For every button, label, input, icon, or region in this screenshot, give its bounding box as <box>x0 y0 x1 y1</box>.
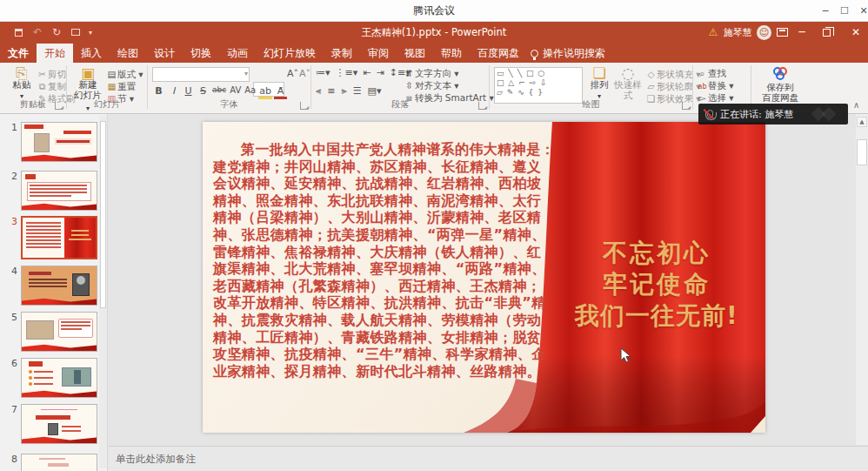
tab-help[interactable]: 帮助 <box>433 44 470 63</box>
scroll-up-icon[interactable]: ▲ <box>857 117 867 127</box>
undo-icon[interactable]: ↶ <box>30 22 45 44</box>
slide-body-text[interactable]: 第一批纳入中国共产党人精神谱系的伟大精神是： 建党精神；井冈山精神、苏区精神、长… <box>213 141 559 380</box>
tab-home[interactable]: 开始 <box>37 44 73 63</box>
thumb-number-7: 7 <box>5 404 17 415</box>
meeting-maximize-button[interactable]: ☐ <box>835 0 854 22</box>
increase-indent-icon[interactable]: ⇥ <box>377 67 384 78</box>
paragraph-row1: ≔▾ ⋮≡▾ ⇤ ⇥ ↕≡▾ <box>316 67 411 78</box>
tell-me-label: 操作说明搜索 <box>543 46 605 61</box>
avatar[interactable]: ☺ <box>757 25 771 40</box>
align-right-icon[interactable]: ⫸ <box>341 85 346 97</box>
bold-button[interactable]: B <box>152 85 165 99</box>
arrange-button[interactable]: ❏ 排列▾ <box>586 68 612 102</box>
thumbnail-scrollbar-thumb[interactable] <box>100 121 106 308</box>
group-drawing: ▭ ╲ ╲ □ ○ □ △ ⌐ ⇨ ⇩ ▱ ✎ ∿ { } ❏ 排列▾ ◌ 快速… <box>491 64 691 112</box>
ppt-restore-button[interactable] <box>823 29 831 37</box>
notes-pane[interactable]: 单击此处添加备注 <box>109 446 868 471</box>
slide-thumbnail-2[interactable] <box>21 171 97 211</box>
tab-view[interactable]: 视图 <box>397 44 433 63</box>
font-color-button[interactable]: A <box>274 85 287 99</box>
tab-design[interactable]: 设计 <box>146 44 183 63</box>
baidu-netdisk-icon <box>755 67 805 81</box>
slide-thumbnail-3[interactable] <box>21 216 97 259</box>
watermark-logo-icon <box>822 107 837 122</box>
slide-thumbnail-7[interactable] <box>21 404 97 444</box>
ribbon-display-options-icon[interactable] <box>777 28 788 37</box>
ppt-minimize-button[interactable]: ─ <box>793 22 811 44</box>
thumb-number-4: 4 <box>5 266 17 277</box>
find-button[interactable]: ⌕查找 <box>697 67 726 79</box>
slides-group-label: 幻灯片 <box>68 98 146 111</box>
paste-button[interactable]: ⎘ 粘贴▾ <box>9 68 35 102</box>
tab-transitions[interactable]: 切换 <box>183 44 219 63</box>
slide-thumbnail-5[interactable] <box>21 312 97 352</box>
redo-icon[interactable]: ↻ <box>49 22 64 44</box>
qat-customize-caret-icon[interactable]: ▾ <box>85 22 96 44</box>
start-slideshow-icon[interactable] <box>68 22 83 44</box>
highlight-color-button[interactable]: ab <box>258 85 272 99</box>
shrink-font-button[interactable]: A˅ <box>298 68 311 79</box>
save-to-baidu-button[interactable]: 保存到百度网盘 <box>755 67 805 103</box>
char-spacing-button[interactable]: AV <box>229 85 242 99</box>
tab-slideshow[interactable]: 幻灯片放映 <box>256 44 324 63</box>
meeting-minimize-button[interactable]: ─ <box>816 0 835 22</box>
meeting-close-button[interactable]: ✕ <box>854 0 868 22</box>
group-paragraph: ≔▾ ⋮≡▾ ⇤ ⇥ ↕≡▾ ⫷ ≡ ⫸ ☰ ▤▾ ⇵文字方向 ▾ ⇳对齐文本 … <box>312 64 488 112</box>
drawing-dialog-launcher-icon[interactable] <box>682 102 690 110</box>
quick-styles-button[interactable]: ◌ 快速样式 <box>612 68 644 100</box>
slide-thumbnail-8[interactable] <box>21 454 97 471</box>
clipboard-dialog-launcher-icon[interactable] <box>55 102 63 110</box>
italic-button[interactable]: I <box>167 85 180 99</box>
cut-button[interactable]: ✂剪切 <box>37 68 66 80</box>
shadow-button[interactable]: abc <box>211 85 227 99</box>
reset-button[interactable]: ▦重置 <box>106 80 136 92</box>
slide-thumbnail-6[interactable] <box>21 358 97 398</box>
ppt-close-button[interactable]: ✕ <box>847 22 865 44</box>
copy-button[interactable]: ⧉复制 <box>37 80 66 92</box>
decrease-indent-icon[interactable]: ⇤ <box>363 67 371 78</box>
tab-animations[interactable]: 动画 <box>219 44 256 63</box>
group-clipboard: ⎘ 粘贴▾ ✂剪切 ⧉复制 ✎格式刷 剪贴板 <box>2 64 64 112</box>
align-center-icon[interactable]: ≡ <box>327 85 335 97</box>
clipboard-icon: ⎘ <box>9 68 35 78</box>
change-case-button[interactable]: Aa <box>244 85 257 99</box>
select-button[interactable]: ▻选择 ▾ <box>697 91 734 104</box>
thumb-number-6: 6 <box>5 358 17 369</box>
text-direction-button[interactable]: ⇵文字方向 ▾ <box>404 67 459 79</box>
slide-canvas[interactable]: 第一批纳入中国共产党人精神谱系的伟大精神是： 建党精神；井冈山精神、苏区精神、长… <box>203 122 765 433</box>
font-name-combo[interactable] <box>152 67 250 82</box>
tab-review[interactable]: 审阅 <box>360 44 397 63</box>
columns-icon[interactable]: ▤▾ <box>368 85 382 97</box>
underline-button[interactable]: U <box>182 85 195 99</box>
collapse-ribbon-icon[interactable]: ∧ <box>853 100 859 110</box>
tab-record[interactable]: 录制 <box>324 44 360 63</box>
align-text-button[interactable]: ⇳对齐文本 ▾ <box>404 79 459 91</box>
select-icon: ▻ <box>697 91 708 104</box>
tab-file[interactable]: 文件 <box>0 44 37 63</box>
warning-icon[interactable]: ⚠ <box>706 22 720 44</box>
notes-placeholder: 单击此处添加备注 <box>116 453 196 466</box>
save-icon[interactable] <box>10 22 26 44</box>
lightbulb-icon <box>531 50 538 57</box>
bullets-icon[interactable]: ≔▾ <box>316 67 331 78</box>
tell-me-search[interactable]: 操作说明搜索 <box>531 44 605 63</box>
align-left-icon[interactable]: ⫷ <box>316 85 321 97</box>
font-dialog-launcher-icon[interactable] <box>300 102 308 110</box>
font-group-label: 字体 <box>149 98 310 111</box>
numbering-icon[interactable]: ⋮≡▾ <box>336 67 358 78</box>
layout-button[interactable]: ▤版式 ▾ <box>106 68 144 80</box>
slide-thumbnail-4[interactable] <box>21 266 97 306</box>
tab-insert[interactable]: 插入 <box>73 44 110 63</box>
thumb-number-3: 3 <box>5 216 17 227</box>
thumb-number-8: 8 <box>5 454 17 465</box>
account-name[interactable]: 施琴慧 <box>720 22 755 44</box>
grow-font-button[interactable]: A˄ <box>286 68 299 79</box>
slide-thumbnail-1[interactable] <box>21 122 97 162</box>
strikethrough-button[interactable]: S <box>197 85 210 99</box>
tab-draw[interactable]: 绘图 <box>110 44 146 63</box>
main-scrollbar-thumb[interactable] <box>857 139 867 165</box>
thumbnail-scrollbar[interactable] <box>99 116 107 468</box>
tab-baidu-netdisk[interactable]: 百度网盘 <box>470 44 527 63</box>
justify-icon[interactable]: ☰ <box>353 85 362 97</box>
paragraph-dialog-launcher-icon[interactable] <box>478 102 486 110</box>
